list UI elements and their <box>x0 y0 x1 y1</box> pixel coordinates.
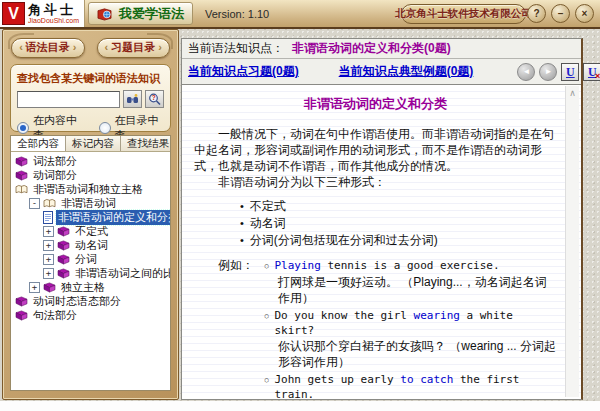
tree-item-label: 动词部分 <box>31 168 79 183</box>
bullet-label: 不定式 <box>250 198 286 215</box>
sidebar-tab-grammar-toc[interactable]: ‹语法目录› <box>11 38 84 58</box>
find-keyword-button[interactable] <box>123 90 142 108</box>
example-text-post: tennis is a good exercise. <box>321 259 500 272</box>
tree-item[interactable]: +分词 <box>11 252 170 266</box>
tree-item[interactable]: +非谓语动词之间的比较 <box>11 266 170 280</box>
lesson-paragraph-1: 一般情况下，动词在句中作谓语使用。而非谓语动词指的是在句中起名词，形容词或副词作… <box>194 126 557 174</box>
grammar-tree: 词法部分动词部分非谓语动词和独立主格-非谓语动词非谓语动词的定义和分类(0题)+… <box>11 152 170 322</box>
tree-item[interactable]: +动名词 <box>11 238 170 252</box>
tree-item-label: 动词时态语态部分 <box>31 294 123 309</box>
example-item: ○Playing tennis is a good exercise.打网球是一… <box>264 258 557 306</box>
book-closed-icon <box>57 240 70 251</box>
bullet-label: 分词(分词包括现在分词和过去分词) <box>250 232 438 249</box>
tree-item[interactable]: 动词时态语态部分 <box>11 294 170 308</box>
tree-expander-icon[interactable]: - <box>29 198 40 209</box>
tree-expander-icon[interactable]: + <box>43 268 54 279</box>
tree-item[interactable]: 句法部分 <box>11 308 170 322</box>
search-label: 查找包含某关键词的语法知识 <box>17 71 164 86</box>
tree-item-label: 句法部分 <box>31 308 79 323</box>
sidebar-tab-label: 习题目录 <box>111 40 155 55</box>
search-help-button[interactable]: ? <box>145 90 164 108</box>
nav-forward-button[interactable]: ► <box>539 63 557 81</box>
book-closed-icon <box>15 156 28 167</box>
examples-block: 例如： ○Playing tennis is a good exercise.打… <box>218 258 557 399</box>
binoculars-icon <box>126 93 139 105</box>
bullet-label: 动名词 <box>250 215 286 232</box>
example-text-pre: Do you know the girl <box>274 309 413 322</box>
red-cross-icon: × <box>595 72 600 81</box>
topic-links: 当前知识点习题(0题)当前知识点典型例题(0题) <box>188 63 513 80</box>
tab-arrow-right-icon: › <box>158 42 162 53</box>
content-toolbar: 当前知识点习题(0题)当前知识点典型例题(0题) ◄ ► U U × <box>182 59 581 86</box>
examples-list: ○Playing tennis is a good exercise.打网球是一… <box>264 258 557 399</box>
tree-item[interactable]: 动词部分 <box>11 168 170 182</box>
topic-exercises-link[interactable]: 当前知识点习题(0题) <box>188 63 299 80</box>
tree-item[interactable]: -非谓语动词 <box>11 196 170 210</box>
app-title-text: 我爱学语法 <box>119 5 184 23</box>
tab-arrow-left-icon: ‹ <box>19 42 23 53</box>
bullet-icon: • <box>240 232 244 249</box>
nav-back-button[interactable]: ◄ <box>517 63 535 81</box>
sidebar-tab-exercise-toc[interactable]: ‹习题目录› <box>97 38 170 58</box>
tree-item-label: 非谓语动词 <box>59 196 118 211</box>
app-title-badge: 我爱学语法 <box>88 2 193 25</box>
scroll-up-arrow-icon[interactable]: ∧ <box>566 86 579 99</box>
company-banner: 北京角斗士软件技术有限公司 <box>401 4 526 24</box>
example-bullet-icon: ○ <box>264 373 269 388</box>
tree-item-label: 非谓语动词的定义和分类(0题) <box>56 210 171 225</box>
search-panel: 查找包含某关键词的语法知识 ? 在内容中查在目录中查 <box>10 64 171 132</box>
tree-expander-icon[interactable]: + <box>43 240 54 251</box>
current-topic-bar: 当前语法知识点： 非谓语动词的定义和分类(0题) <box>182 39 581 59</box>
panel-tab[interactable]: 全部内容 <box>11 136 66 151</box>
v-logo-icon: V <box>2 2 25 25</box>
close-button[interactable]: × <box>575 4 594 23</box>
tree-item[interactable]: 非谓语动词的定义和分类(0题) <box>11 210 170 224</box>
example-english-line: ○John gets up early to catch the first t… <box>264 372 557 399</box>
book-closed-icon <box>57 268 70 279</box>
minimize-button[interactable]: – <box>551 4 570 23</box>
example-highlight: Playing <box>274 259 320 272</box>
main-area: ‹语法目录›‹习题目录› 查找包含某关键词的语法知识 ? 在内容中查在目录中查 … <box>0 29 600 401</box>
form-bullet-list: •不定式•动名词•分词(分词包括现在分词和过去分词) <box>240 198 557 249</box>
book-open-icon <box>43 198 56 209</box>
current-topic-label: 当前语法知识点： <box>188 40 284 57</box>
lesson-title: 非谓语动词的定义和分类 <box>194 95 557 113</box>
tree-item[interactable]: +独立主格 <box>11 280 170 294</box>
example-english-line: ○Do you know the girl wearing a white sk… <box>264 308 557 338</box>
magnifier-question-icon: ? <box>148 93 161 106</box>
app-book-icon <box>97 7 112 21</box>
tree-expander-icon[interactable]: + <box>29 282 40 293</box>
example-english-line: ○Playing tennis is a good exercise. <box>264 258 557 274</box>
form-bullet-item: •不定式 <box>240 198 557 215</box>
tree-item[interactable]: +不定式 <box>11 224 170 238</box>
panel-tab[interactable]: 查找结果 <box>121 136 171 151</box>
tree-expander-icon[interactable]: + <box>43 254 54 265</box>
example-bullet-icon: ○ <box>264 309 269 324</box>
example-bullet-icon: ○ <box>264 259 269 274</box>
search-input[interactable] <box>17 91 120 108</box>
svg-text:?: ? <box>152 94 156 101</box>
bottom-margin <box>0 401 600 411</box>
page-icon <box>43 211 53 224</box>
tree-item-label: 动名词 <box>73 238 110 253</box>
tab-arrow-left-icon: ‹ <box>105 42 109 53</box>
tree-item-label: 分词 <box>73 252 99 267</box>
document-scrollbar[interactable]: ∧ <box>565 86 579 397</box>
mark-underline-button[interactable]: U <box>561 63 579 81</box>
examples-label: 例如： <box>218 258 254 399</box>
tree-expander-icon[interactable]: + <box>43 226 54 237</box>
lesson-document: 非谓语动词的定义和分类 一般情况下，动词在句中作谓语使用。而非谓语动词指的是在句… <box>182 85 581 399</box>
remove-underline-button[interactable]: U × <box>583 63 600 81</box>
underline-icon: U <box>566 66 575 78</box>
tree-item[interactable]: 非谓语动词和独立主格 <box>11 182 170 196</box>
book-closed-icon <box>15 296 28 307</box>
bullet-icon: • <box>240 198 244 215</box>
help-button[interactable]: ? <box>527 4 546 23</box>
tree-item[interactable]: 词法部分 <box>11 154 170 168</box>
example-english-text: Playing tennis is a good exercise. <box>274 258 499 273</box>
tree-item-label: 词法部分 <box>31 154 79 169</box>
topic-examples-link[interactable]: 当前知识点典型例题(0题) <box>339 63 474 80</box>
sidebar-tab-label: 语法目录 <box>26 40 70 55</box>
panel-tab[interactable]: 标记内容 <box>66 136 121 151</box>
book-closed-icon <box>15 170 28 181</box>
